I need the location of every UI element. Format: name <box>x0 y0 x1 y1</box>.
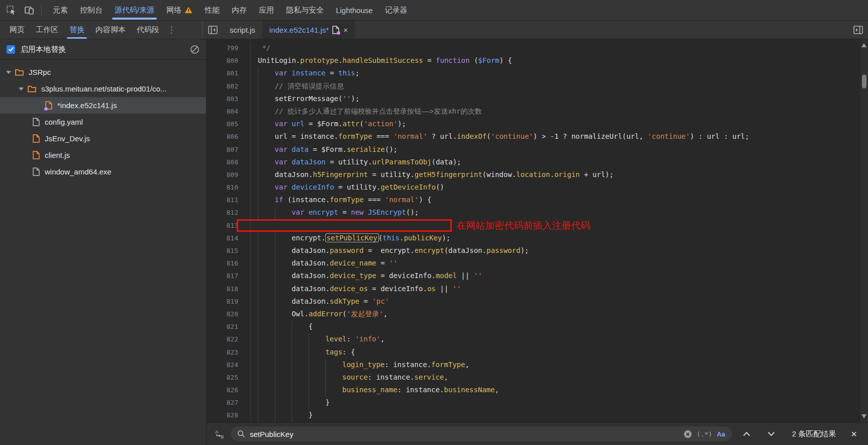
line-number[interactable]: 810 <box>207 181 251 194</box>
tree-item-index.e52c141.js[interactable]: *index.e52c141.js <box>0 97 206 114</box>
line-number[interactable]: 823 <box>207 346 251 359</box>
code-line-content[interactable]: dataJson.device_os = deviceInfo.os || '' <box>251 283 868 295</box>
main-tab-记录器[interactable]: 记录器 <box>379 0 414 20</box>
line-number[interactable]: 801 <box>207 67 251 79</box>
main-tab-隐私与安全[interactable]: 隐私与安全 <box>280 0 330 20</box>
scroll-up-arrow[interactable] <box>861 43 866 47</box>
tree-item-window_amd64.exe[interactable]: window_amd64.exe <box>0 163 206 180</box>
code-line-content[interactable]: url = instance.formType === 'normal' ? u… <box>251 130 868 143</box>
scrollbar-thumb[interactable] <box>862 74 866 88</box>
code-line-content[interactable]: login_type: instance.formType, <box>251 359 868 371</box>
regex-toggle[interactable]: (.*) <box>697 430 712 438</box>
line-number[interactable]: 812 <box>207 206 251 219</box>
clear-configuration-icon[interactable] <box>190 45 200 54</box>
navigator-subtab-替换[interactable]: 替换 <box>64 21 90 39</box>
line-number[interactable]: 815 <box>207 244 251 257</box>
editor-tab-index.e52c141.js[interactable]: index.e52c141.js*× <box>262 21 355 39</box>
code-line-content[interactable]: dataJson.sdkType = 'pc' <box>251 295 868 308</box>
navigator-subtab-工作区[interactable]: 工作区 <box>30 21 64 39</box>
code-line-content[interactable]: UnitLogin.prototype.handleSubmitSuccess … <box>251 54 868 67</box>
close-find-bar-icon[interactable]: × <box>847 428 861 440</box>
line-number[interactable]: 805 <box>207 118 251 130</box>
line-number[interactable]: 818 <box>207 283 251 295</box>
code-line-content[interactable]: // 统计多少人通过了前端校验并点击登录按钮——>发送xhr的次数 <box>251 105 868 118</box>
editor-tab-script.js[interactable]: script.js <box>223 21 262 39</box>
line-number[interactable]: 803 <box>207 93 251 105</box>
code-line-content[interactable]: setErrorMessage(''); <box>251 93 868 105</box>
tree-item-config.yaml[interactable]: config.yaml <box>0 114 206 130</box>
line-number[interactable]: 824 <box>207 359 251 371</box>
code-line-content[interactable]: var data = $Form.serialize(); <box>251 143 868 156</box>
code-line-content[interactable]: } <box>251 409 868 421</box>
code-line-content[interactable]: if (instance.formType === 'normal') { <box>251 194 868 206</box>
main-tab-源代码/来源[interactable]: 源代码/来源 <box>109 0 160 20</box>
code-line-content[interactable]: var dataJson = utility.urlParamsToObj(da… <box>251 156 868 168</box>
code-line-content[interactable]: tags: { <box>251 346 868 359</box>
line-number[interactable]: 827 <box>207 396 251 409</box>
close-tab-icon[interactable]: × <box>343 26 348 34</box>
line-number[interactable]: 799 <box>207 42 251 54</box>
code-line-content[interactable]: { <box>251 320 868 333</box>
main-tab-应用[interactable]: 应用 <box>253 0 280 20</box>
enable-overrides-checkbox[interactable] <box>7 45 15 54</box>
code-line-content[interactable]: // 清空错误提示信息 <box>251 80 868 93</box>
expand-arrow-icon[interactable] <box>6 71 11 74</box>
line-number[interactable]: 821 <box>207 320 251 333</box>
code-line-content[interactable]: var encrypt = new JSEncrypt(); <box>251 206 868 219</box>
main-tab-网络[interactable]: 网络 <box>160 0 199 20</box>
more-tabs-icon[interactable]: ⋮ <box>165 21 178 39</box>
match-case-toggle[interactable]: Aa <box>717 430 725 438</box>
line-number[interactable]: 822 <box>207 333 251 345</box>
code-line-content[interactable]: dataJson.device_type = deviceInfo.model … <box>251 270 868 282</box>
code-area[interactable]: 799*/800UnitLogin.prototype.handleSubmit… <box>207 39 868 422</box>
line-number[interactable]: 816 <box>207 257 251 270</box>
code-line-content[interactable]: Owl.addError('发起登录', <box>251 308 868 320</box>
hide-navigator-icon[interactable] <box>203 21 223 39</box>
main-tab-元素[interactable]: 元素 <box>47 0 74 20</box>
line-number[interactable]: 800 <box>207 54 251 67</box>
navigator-subtab-代码段[interactable]: 代码段 <box>131 21 165 39</box>
code-line-content[interactable]: business_name: instance.businessName, <box>251 384 868 396</box>
code-line-content[interactable]: level: 'info', <box>251 333 868 345</box>
code-line-content[interactable]: var url = $Form.attr('action'); <box>251 118 868 130</box>
replace-toggle-icon[interactable]: A B <box>214 429 226 439</box>
tree-item-JsEnv_Dev.js[interactable]: JsEnv_Dev.js <box>0 130 206 147</box>
tree-item-s3plus.meituan.netstaticprod01co...[interactable]: s3plus.meituan.net/static-prod01/co... <box>0 80 206 97</box>
tree-item-client.js[interactable]: client.js <box>0 147 206 163</box>
code-line-content[interactable]: source: instance.service, <box>251 371 868 384</box>
line-number[interactable]: 819 <box>207 295 251 308</box>
line-number[interactable]: 804 <box>207 105 251 118</box>
expand-arrow-icon[interactable] <box>19 87 24 91</box>
line-number[interactable]: 828 <box>207 409 251 421</box>
code-line-content[interactable]: var deviceInfo = utility.getDeviceInfo() <box>251 181 868 194</box>
main-tab-内存[interactable]: 内存 <box>226 0 253 20</box>
code-line-content[interactable]: dataJson.device_name = '' <box>251 257 868 270</box>
inspect-element-icon[interactable] <box>4 3 19 17</box>
navigator-subtab-网页[interactable]: 网页 <box>4 21 30 39</box>
clear-search-icon[interactable] <box>684 430 692 438</box>
previous-match-icon[interactable] <box>737 431 756 436</box>
code-line-content[interactable]: dataJson.password = encrypt.encrypt(data… <box>251 244 868 257</box>
line-number[interactable]: 825 <box>207 371 251 384</box>
main-tab-控制台[interactable]: 控制台 <box>74 0 109 20</box>
code-line-content[interactable]: dataJson.h5Fingerprint = utility.getH5fi… <box>251 168 868 181</box>
code-line-content[interactable]: encrypt.setPublicKey(this.publicKey); <box>251 232 868 244</box>
line-number[interactable]: 807 <box>207 143 251 156</box>
next-match-icon[interactable] <box>761 431 781 436</box>
editor-scrollbar[interactable] <box>860 39 868 422</box>
scroll-down-arrow[interactable] <box>861 414 866 418</box>
main-tab-性能[interactable]: 性能 <box>199 0 226 20</box>
device-toolbar-icon[interactable] <box>22 3 37 17</box>
code-line-content[interactable]: } <box>251 396 868 409</box>
line-number[interactable]: 809 <box>207 168 251 181</box>
line-number[interactable]: 820 <box>207 308 251 320</box>
line-number[interactable]: 808 <box>207 156 251 168</box>
line-number[interactable]: 814 <box>207 232 251 244</box>
navigator-subtab-内容脚本[interactable]: 内容脚本 <box>90 21 131 39</box>
search-input[interactable]: setPublicKey (.*) Aa <box>231 426 732 441</box>
line-number[interactable]: 826 <box>207 384 251 396</box>
code-line-content[interactable]: var instance = this; <box>251 67 868 79</box>
show-right-drawer-icon[interactable] <box>853 21 868 39</box>
line-number[interactable]: 802 <box>207 80 251 93</box>
line-number[interactable]: 817 <box>207 270 251 282</box>
